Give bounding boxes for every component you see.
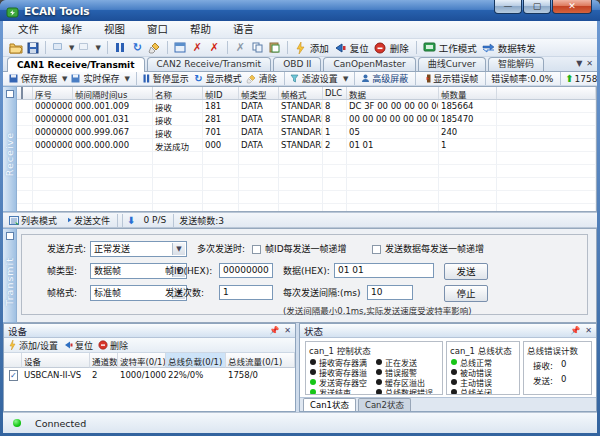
- menu-help[interactable]: 帮助: [179, 21, 222, 38]
- filter-settings-label[interactable]: 滤波设置: [302, 72, 338, 85]
- tab-can2[interactable]: CAN2 Receive/Transmit: [147, 57, 272, 71]
- data-increment-label[interactable]: 发送数据每发送一帧递增: [385, 241, 484, 257]
- col-frame-count[interactable]: 帧数量: [439, 87, 497, 99]
- send-times-input[interactable]: 1: [219, 285, 273, 300]
- tab-close-icon[interactable]: ✕: [586, 59, 593, 69]
- menu-operation[interactable]: 操作: [50, 21, 93, 38]
- clear-label[interactable]: 清除: [259, 72, 277, 85]
- tab-obd2[interactable]: OBD II: [273, 57, 321, 71]
- receive-collapse-icon[interactable]: [6, 90, 14, 98]
- save-data-icon[interactable]: [8, 73, 19, 84]
- advanced-mask-icon[interactable]: [360, 71, 370, 86]
- clear-brush-icon[interactable]: [147, 40, 162, 55]
- pin-icon[interactable]: 📌: [570, 326, 580, 336]
- close-icon[interactable]: ✕: [585, 326, 592, 336]
- data-forward-icon[interactable]: [481, 40, 496, 55]
- table-row[interactable]: 00000003 000.000.000 发送成功 000 DATA STAND…: [17, 139, 596, 152]
- delete-button-label[interactable]: 删除: [390, 41, 409, 55]
- toolbar-overflow-icon[interactable]: ▼: [343, 75, 348, 83]
- tab-curve[interactable]: 曲线Curver: [418, 57, 486, 71]
- close-icon[interactable]: ✕: [284, 326, 291, 336]
- col-frame-id[interactable]: 帧ID: [203, 87, 239, 99]
- close-button[interactable]: ✕: [552, 0, 592, 14]
- col-name[interactable]: 名称: [153, 87, 203, 99]
- send-file-icon[interactable]: [61, 213, 72, 228]
- col-data[interactable]: 数据: [347, 87, 439, 99]
- col-frame-type[interactable]: 帧类型: [239, 87, 279, 99]
- col-index[interactable]: 序号: [33, 87, 73, 99]
- select-all-checkbox[interactable]: [21, 87, 23, 99]
- add-settings-label[interactable]: 添加/设置: [19, 339, 58, 352]
- tab-overflow-icon[interactable]: ▼: [576, 59, 582, 69]
- realtime-save-icon[interactable]: [70, 73, 81, 84]
- send-mode-select[interactable]: 正常发送▼: [90, 241, 187, 257]
- device-row[interactable]: ✓ USBCAN-II-VS 2 1000/1000 22%/0% 1758/0: [4, 368, 295, 382]
- table-row[interactable]: 00000002 000.999.067 接收 701 DATA STANDAR…: [17, 126, 596, 139]
- col-bus-flow[interactable]: 总线流量(0/1): [226, 353, 295, 368]
- work-mode-icon[interactable]: [422, 40, 437, 55]
- new-window-icon[interactable]: [173, 40, 188, 55]
- display-mode-icon[interactable]: ↻: [193, 71, 204, 86]
- menu-window[interactable]: 窗口: [136, 21, 179, 38]
- delete-icon[interactable]: [373, 40, 388, 55]
- table-row[interactable]: 00000000 000.001.009 接收 181 DATA STANDAR…: [17, 100, 596, 113]
- transmit-collapse-icon[interactable]: [6, 232, 14, 240]
- add-icon[interactable]: [293, 40, 308, 55]
- device-reset-label[interactable]: 复位: [75, 339, 93, 352]
- realtime-save-label[interactable]: 实时保存: [83, 72, 119, 85]
- add-button-label[interactable]: 添加: [310, 41, 329, 55]
- disconnect-device-icon[interactable]: [77, 40, 92, 55]
- open-file-icon[interactable]: [8, 40, 23, 55]
- interval-input[interactable]: 10: [367, 285, 413, 300]
- frame-id-input[interactable]: 00000000: [219, 263, 273, 278]
- refresh-icon[interactable]: ↻: [130, 40, 145, 55]
- show-error-frames-icon[interactable]: [421, 71, 431, 86]
- col-channels[interactable]: 通道数: [90, 353, 118, 368]
- maximize-button[interactable]: ▢: [523, 0, 551, 14]
- list-mode-label[interactable]: 列表模式: [21, 214, 57, 227]
- col-interval[interactable]: 帧间隔时间us: [73, 87, 153, 99]
- menu-file[interactable]: 文件: [7, 21, 50, 38]
- connect-dropdown-arrow[interactable]: ▼: [69, 44, 74, 52]
- pause-display-label[interactable]: 暂停显示: [153, 72, 189, 85]
- disconnect-dropdown-arrow[interactable]: ▼: [95, 44, 100, 52]
- show-error-frames-label[interactable]: 显示错误帧: [433, 72, 478, 85]
- col-frame-format[interactable]: 帧格式: [279, 87, 323, 99]
- col-bus-load[interactable]: 总线负载(0/1): [166, 353, 226, 368]
- id-increment-checkbox[interactable]: [252, 245, 261, 254]
- pin-icon[interactable]: 📌: [269, 326, 279, 336]
- clear-icon[interactable]: [246, 71, 257, 86]
- work-mode-label[interactable]: 工作模式: [439, 41, 477, 55]
- add-settings-icon[interactable]: [8, 338, 17, 353]
- edit-delete-icon[interactable]: ✗: [190, 40, 205, 55]
- display-mode-label[interactable]: 显示模式: [206, 72, 242, 85]
- minimize-button[interactable]: —: [494, 0, 522, 14]
- tab-can1-status[interactable]: Can1状态: [303, 398, 356, 411]
- save-icon[interactable]: [25, 40, 40, 55]
- receive-side-tab[interactable]: Receive: [3, 86, 17, 212]
- tab-can2-status[interactable]: Can2状态: [358, 398, 411, 411]
- pause-display-icon[interactable]: [142, 71, 151, 86]
- col-device[interactable]: 设备: [22, 353, 90, 368]
- tab-decode[interactable]: 智能解码: [488, 57, 544, 71]
- send-button[interactable]: 发送: [444, 263, 488, 280]
- filter-icon[interactable]: [290, 71, 300, 86]
- menu-language[interactable]: 语言: [222, 21, 265, 38]
- send-file-label[interactable]: 发送文件: [74, 214, 110, 227]
- col-baud[interactable]: 波特率(0/1): [118, 353, 166, 368]
- paste-icon[interactable]: [267, 40, 282, 55]
- tab-can1[interactable]: CAN1 Receive/Transmit: [7, 57, 145, 72]
- device-delete-label[interactable]: 删除: [110, 339, 128, 352]
- table-row[interactable]: 00000001 000.001.031 接收 281 DATA STANDAR…: [17, 113, 596, 126]
- menu-view[interactable]: 视图: [93, 21, 136, 38]
- copy-icon[interactable]: [250, 40, 265, 55]
- data-hex-input[interactable]: 01 01: [334, 263, 434, 278]
- id-increment-label[interactable]: 帧ID每发送一帧递增: [265, 241, 347, 257]
- data-increment-checkbox[interactable]: [372, 245, 381, 254]
- transmit-side-tab[interactable]: Transmit: [3, 228, 17, 323]
- save-data-label[interactable]: 保存数据: [21, 72, 57, 85]
- reset-button-label[interactable]: 复位: [350, 41, 369, 55]
- reset-icon[interactable]: [333, 40, 348, 55]
- connect-device-icon[interactable]: [51, 40, 66, 55]
- device-reset-icon[interactable]: [62, 338, 73, 353]
